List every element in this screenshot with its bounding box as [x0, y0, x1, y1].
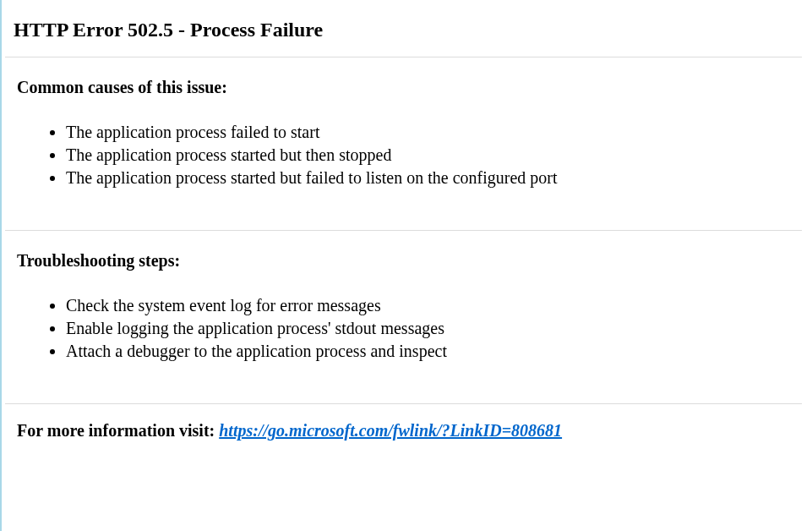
- list-item: Attach a debugger to the application pro…: [66, 340, 790, 363]
- list-item: Check the system event log for error mes…: [66, 294, 790, 317]
- troubleshoot-list: Check the system event log for error mes…: [17, 294, 790, 363]
- list-item: The application process started but fail…: [66, 167, 790, 189]
- causes-section: Common causes of this issue: The applica…: [5, 57, 802, 230]
- list-item: Enable logging the application process' …: [66, 317, 790, 340]
- content-frame: Common causes of this issue: The applica…: [5, 57, 802, 444]
- more-info-section: For more information visit: https://go.m…: [5, 403, 802, 444]
- causes-list: The application process failed to start …: [17, 121, 790, 189]
- causes-heading: Common causes of this issue:: [17, 78, 790, 97]
- list-item: The application process started but then…: [66, 144, 790, 167]
- page-title: HTTP Error 502.5 - Process Failure: [2, 0, 812, 57]
- list-item: The application process failed to start: [66, 121, 790, 144]
- more-info-label: For more information visit:: [17, 421, 219, 440]
- troubleshoot-heading: Troubleshooting steps:: [17, 251, 790, 271]
- troubleshoot-section: Troubleshooting steps: Check the system …: [5, 230, 802, 403]
- more-info-link[interactable]: https://go.microsoft.com/fwlink/?LinkID=…: [219, 421, 562, 440]
